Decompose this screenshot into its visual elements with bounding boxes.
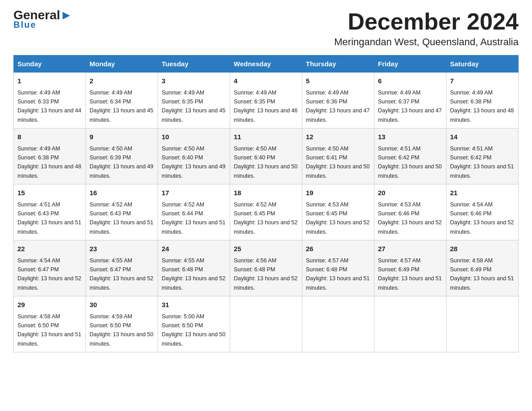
day-number: 23 bbox=[90, 244, 154, 254]
table-row: 6 Sunrise: 4:49 AMSunset: 6:37 PMDayligh… bbox=[374, 73, 446, 128]
table-row: 2 Sunrise: 4:49 AMSunset: 6:34 PMDayligh… bbox=[86, 73, 158, 128]
table-row: 20 Sunrise: 4:53 AMSunset: 6:46 PMDaylig… bbox=[374, 184, 446, 240]
table-row: 28 Sunrise: 4:58 AMSunset: 6:49 PMDaylig… bbox=[446, 240, 519, 296]
day-info: Sunrise: 4:55 AMSunset: 6:47 PMDaylight:… bbox=[90, 257, 153, 291]
calendar-week-row: 1 Sunrise: 4:49 AMSunset: 6:33 PMDayligh… bbox=[14, 73, 519, 128]
table-row: 8 Sunrise: 4:49 AMSunset: 6:38 PMDayligh… bbox=[14, 128, 86, 184]
table-row: 25 Sunrise: 4:56 AMSunset: 6:48 PMDaylig… bbox=[230, 240, 302, 296]
day-number: 5 bbox=[306, 76, 370, 86]
table-row bbox=[446, 296, 519, 352]
day-number: 27 bbox=[378, 244, 442, 254]
table-row: 3 Sunrise: 4:49 AMSunset: 6:35 PMDayligh… bbox=[158, 73, 230, 128]
day-number: 7 bbox=[450, 76, 515, 86]
table-row: 24 Sunrise: 4:55 AMSunset: 6:48 PMDaylig… bbox=[158, 240, 230, 296]
day-number: 18 bbox=[234, 188, 298, 198]
table-row: 9 Sunrise: 4:50 AMSunset: 6:39 PMDayligh… bbox=[86, 128, 158, 184]
day-number: 29 bbox=[17, 300, 82, 310]
day-info: Sunrise: 4:50 AMSunset: 6:40 PMDaylight:… bbox=[162, 146, 225, 179]
col-friday: Friday bbox=[374, 56, 446, 73]
table-row: 4 Sunrise: 4:49 AMSunset: 6:35 PMDayligh… bbox=[230, 73, 302, 128]
day-number: 21 bbox=[450, 188, 515, 198]
day-number: 3 bbox=[162, 76, 226, 86]
calendar-week-row: 15 Sunrise: 4:51 AMSunset: 6:43 PMDaylig… bbox=[14, 184, 519, 240]
day-number: 28 bbox=[450, 244, 515, 254]
col-sunday: Sunday bbox=[14, 56, 86, 73]
day-number: 6 bbox=[378, 76, 442, 86]
day-info: Sunrise: 4:56 AMSunset: 6:48 PMDaylight:… bbox=[234, 257, 297, 291]
table-row: 13 Sunrise: 4:51 AMSunset: 6:42 PMDaylig… bbox=[374, 128, 446, 184]
table-row: 17 Sunrise: 4:52 AMSunset: 6:44 PMDaylig… bbox=[158, 184, 230, 240]
table-row: 29 Sunrise: 4:58 AMSunset: 6:50 PMDaylig… bbox=[14, 296, 86, 352]
day-number: 10 bbox=[162, 132, 226, 142]
table-row: 31 Sunrise: 5:00 AMSunset: 6:50 PMDaylig… bbox=[158, 296, 230, 352]
table-row: 19 Sunrise: 4:53 AMSunset: 6:45 PMDaylig… bbox=[302, 184, 374, 240]
day-info: Sunrise: 4:51 AMSunset: 6:42 PMDaylight:… bbox=[378, 146, 442, 179]
day-info: Sunrise: 4:53 AMSunset: 6:46 PMDaylight:… bbox=[378, 201, 442, 235]
table-row: 22 Sunrise: 4:54 AMSunset: 6:47 PMDaylig… bbox=[14, 240, 86, 296]
day-info: Sunrise: 4:57 AMSunset: 6:49 PMDaylight:… bbox=[378, 257, 442, 291]
day-info: Sunrise: 4:58 AMSunset: 6:50 PMDaylight:… bbox=[17, 313, 81, 347]
day-number: 4 bbox=[234, 76, 298, 86]
day-info: Sunrise: 4:49 AMSunset: 6:33 PMDaylight:… bbox=[17, 90, 81, 123]
col-saturday: Saturday bbox=[446, 56, 519, 73]
table-row bbox=[374, 296, 446, 352]
table-row: 23 Sunrise: 4:55 AMSunset: 6:47 PMDaylig… bbox=[86, 240, 158, 296]
day-info: Sunrise: 4:51 AMSunset: 6:42 PMDaylight:… bbox=[450, 146, 514, 179]
calendar-header-row: Sunday Monday Tuesday Wednesday Thursday… bbox=[14, 56, 519, 73]
table-row: 5 Sunrise: 4:49 AMSunset: 6:36 PMDayligh… bbox=[302, 73, 374, 128]
day-info: Sunrise: 4:50 AMSunset: 6:41 PMDaylight:… bbox=[306, 146, 369, 179]
table-row: 10 Sunrise: 4:50 AMSunset: 6:40 PMDaylig… bbox=[158, 128, 230, 184]
day-number: 31 bbox=[162, 300, 226, 310]
table-row: 15 Sunrise: 4:51 AMSunset: 6:43 PMDaylig… bbox=[14, 184, 86, 240]
calendar-title: December 2024 bbox=[334, 9, 519, 34]
logo-arrow-shape: ► bbox=[60, 8, 73, 22]
day-number: 16 bbox=[90, 188, 154, 198]
day-number: 26 bbox=[306, 244, 370, 254]
table-row: 14 Sunrise: 4:51 AMSunset: 6:42 PMDaylig… bbox=[446, 128, 519, 184]
day-info: Sunrise: 4:49 AMSunset: 6:38 PMDaylight:… bbox=[450, 90, 514, 123]
day-info: Sunrise: 4:54 AMSunset: 6:47 PMDaylight:… bbox=[17, 257, 81, 291]
table-row: 7 Sunrise: 4:49 AMSunset: 6:38 PMDayligh… bbox=[446, 73, 519, 128]
calendar-week-row: 29 Sunrise: 4:58 AMSunset: 6:50 PMDaylig… bbox=[14, 296, 519, 352]
day-info: Sunrise: 4:50 AMSunset: 6:40 PMDaylight:… bbox=[234, 146, 297, 179]
calendar-week-row: 22 Sunrise: 4:54 AMSunset: 6:47 PMDaylig… bbox=[14, 240, 519, 296]
day-number: 14 bbox=[450, 132, 515, 142]
day-info: Sunrise: 4:49 AMSunset: 6:35 PMDaylight:… bbox=[234, 90, 297, 123]
day-number: 22 bbox=[17, 244, 82, 254]
day-info: Sunrise: 4:51 AMSunset: 6:43 PMDaylight:… bbox=[17, 201, 81, 235]
day-info: Sunrise: 4:49 AMSunset: 6:38 PMDaylight:… bbox=[17, 146, 81, 179]
day-number: 12 bbox=[306, 132, 370, 142]
day-info: Sunrise: 4:52 AMSunset: 6:44 PMDaylight:… bbox=[162, 201, 225, 235]
col-tuesday: Tuesday bbox=[158, 56, 230, 73]
col-wednesday: Wednesday bbox=[230, 56, 302, 73]
day-number: 11 bbox=[234, 132, 298, 142]
calendar-week-row: 8 Sunrise: 4:49 AMSunset: 6:38 PMDayligh… bbox=[14, 128, 519, 184]
table-row: 27 Sunrise: 4:57 AMSunset: 6:49 PMDaylig… bbox=[374, 240, 446, 296]
day-number: 17 bbox=[162, 188, 226, 198]
table-row bbox=[230, 296, 302, 352]
col-monday: Monday bbox=[86, 56, 158, 73]
day-info: Sunrise: 4:55 AMSunset: 6:48 PMDaylight:… bbox=[162, 257, 225, 291]
table-row: 26 Sunrise: 4:57 AMSunset: 6:48 PMDaylig… bbox=[302, 240, 374, 296]
table-row: 16 Sunrise: 4:52 AMSunset: 6:43 PMDaylig… bbox=[86, 184, 158, 240]
table-row: 30 Sunrise: 4:59 AMSunset: 6:50 PMDaylig… bbox=[86, 296, 158, 352]
day-info: Sunrise: 4:52 AMSunset: 6:43 PMDaylight:… bbox=[90, 201, 153, 235]
title-block: December 2024 Meringandan West, Queensla… bbox=[334, 9, 519, 48]
calendar-subtitle: Meringandan West, Queensland, Australia bbox=[334, 36, 519, 48]
table-row: 1 Sunrise: 4:49 AMSunset: 6:33 PMDayligh… bbox=[14, 73, 86, 128]
day-number: 30 bbox=[90, 300, 154, 310]
day-number: 24 bbox=[162, 244, 226, 254]
day-number: 1 bbox=[17, 76, 82, 86]
day-number: 19 bbox=[306, 188, 370, 198]
day-number: 20 bbox=[378, 188, 442, 198]
day-number: 15 bbox=[17, 188, 82, 198]
day-info: Sunrise: 4:49 AMSunset: 6:37 PMDaylight:… bbox=[378, 90, 442, 123]
day-info: Sunrise: 4:53 AMSunset: 6:45 PMDaylight:… bbox=[306, 201, 369, 235]
day-info: Sunrise: 4:54 AMSunset: 6:46 PMDaylight:… bbox=[450, 201, 514, 235]
day-info: Sunrise: 4:52 AMSunset: 6:45 PMDaylight:… bbox=[234, 201, 297, 235]
table-row: 21 Sunrise: 4:54 AMSunset: 6:46 PMDaylig… bbox=[446, 184, 519, 240]
col-thursday: Thursday bbox=[302, 56, 374, 73]
day-info: Sunrise: 4:57 AMSunset: 6:48 PMDaylight:… bbox=[306, 257, 369, 291]
day-number: 9 bbox=[90, 132, 154, 142]
day-number: 25 bbox=[234, 244, 298, 254]
